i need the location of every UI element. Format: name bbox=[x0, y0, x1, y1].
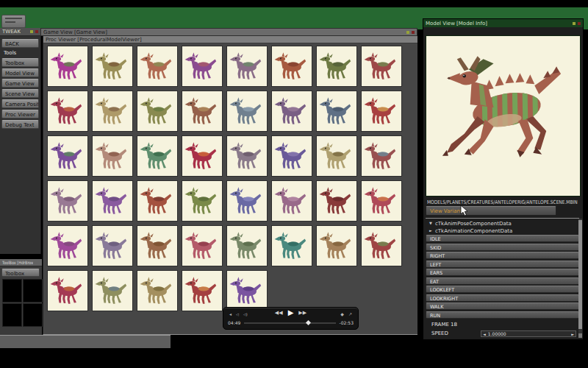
anim-button-idle[interactable]: IDLE bbox=[426, 235, 579, 242]
creature-thumbnail[interactable] bbox=[316, 46, 357, 87]
anim-button-lookleft[interactable]: LOOKLEFT bbox=[426, 286, 579, 293]
creature-thumbnail[interactable] bbox=[226, 180, 268, 222]
volume-icon[interactable]: ◁) bbox=[243, 312, 248, 316]
sidebar-item-proc-viewer[interactable]: Proc Viewer bbox=[1, 110, 39, 118]
sidebar-item-model-view[interactable]: Model View bbox=[1, 68, 39, 77]
minimize-icon[interactable] bbox=[406, 31, 409, 34]
creature-thumbnail[interactable] bbox=[47, 135, 88, 177]
scrollbar[interactable] bbox=[578, 219, 582, 338]
sidebar-item-toolbox[interactable]: Toolbox bbox=[1, 58, 39, 67]
collapsed-arrow-icon[interactable]: ► bbox=[429, 228, 435, 233]
close-icon[interactable] bbox=[35, 30, 38, 33]
creature-thumbnail[interactable] bbox=[361, 180, 402, 222]
rewind-button[interactable]: ◀◀ bbox=[275, 310, 283, 316]
creature-thumbnail[interactable] bbox=[226, 225, 268, 266]
export-icon[interactable]: ↗ bbox=[348, 311, 352, 316]
anim-button-walk[interactable]: WALK bbox=[426, 302, 579, 310]
creature-thumbnail[interactable] bbox=[226, 46, 268, 87]
creature-thumbnail[interactable] bbox=[316, 135, 357, 177]
view-variants-button[interactable]: View Variants bbox=[426, 206, 556, 216]
creature-thumbnail[interactable] bbox=[47, 270, 88, 311]
creature-thumbnail[interactable] bbox=[316, 225, 357, 266]
tree-item-ctkanimposecomponentdata[interactable]: ▼cTkAnimPoseComponentData bbox=[429, 221, 576, 227]
creature-thumbnail[interactable] bbox=[182, 135, 223, 177]
toolbox-slot[interactable] bbox=[23, 279, 43, 302]
creature-thumbnail[interactable] bbox=[226, 135, 268, 177]
creature-thumbnail[interactable] bbox=[361, 225, 402, 266]
creature-thumbnail[interactable] bbox=[182, 180, 223, 222]
creature-thumbnail[interactable] bbox=[47, 46, 88, 87]
close-icon[interactable] bbox=[578, 22, 581, 25]
creature-thumbnail[interactable] bbox=[137, 46, 178, 87]
anim-button-run[interactable]: RUN bbox=[426, 311, 579, 319]
toolbox-slot[interactable] bbox=[23, 303, 43, 327]
creature-thumbnail[interactable] bbox=[92, 135, 133, 177]
creature-thumbnail[interactable] bbox=[47, 180, 88, 222]
creature-thumbnail[interactable] bbox=[137, 225, 178, 266]
minimize-icon[interactable] bbox=[573, 22, 576, 25]
creature-thumbnail[interactable] bbox=[226, 270, 268, 311]
creature-icon bbox=[139, 186, 177, 217]
seek-handle[interactable] bbox=[306, 319, 311, 325]
creature-thumbnail[interactable] bbox=[226, 91, 268, 132]
fast-forward-button[interactable]: ▶▶ bbox=[298, 310, 306, 316]
creature-thumbnail[interactable] bbox=[137, 180, 178, 222]
creature-thumbnail[interactable] bbox=[182, 270, 223, 311]
anim-button-eat[interactable]: EAT bbox=[426, 277, 579, 285]
creature-thumbnail[interactable] bbox=[271, 91, 312, 132]
creature-thumbnail[interactable] bbox=[92, 46, 133, 87]
anim-button-skid[interactable]: SKID bbox=[426, 244, 579, 251]
close-icon[interactable] bbox=[412, 31, 415, 34]
back-button[interactable]: BACK bbox=[1, 39, 39, 48]
toolbox-slot[interactable] bbox=[2, 279, 22, 302]
model-view-titlebar: Model View [Model Info] bbox=[423, 19, 583, 27]
creature-thumbnail[interactable] bbox=[47, 91, 88, 132]
creature-thumbnail[interactable] bbox=[182, 46, 223, 87]
creature-thumbnail[interactable] bbox=[271, 180, 312, 222]
creature-thumbnail[interactable] bbox=[316, 91, 357, 132]
minimize-icon[interactable] bbox=[30, 30, 33, 33]
anim-button-left[interactable]: LEFT bbox=[426, 261, 579, 268]
creature-icon bbox=[139, 96, 177, 127]
creature-thumbnail[interactable] bbox=[361, 135, 402, 177]
anim-button-ears[interactable]: EARS bbox=[426, 269, 579, 276]
creature-thumbnail[interactable] bbox=[316, 180, 357, 222]
toolbox-button[interactable]: Toolbox bbox=[1, 269, 40, 277]
toolbox-slot[interactable] bbox=[2, 303, 22, 327]
tree-item-ctkanimationcomponentdata[interactable]: ►cTkAnimationComponentData bbox=[429, 228, 576, 235]
step-back-icon[interactable]: ◂ bbox=[229, 311, 232, 316]
slider-increment-icon[interactable]: ► bbox=[571, 332, 574, 336]
creature-thumbnail[interactable] bbox=[92, 225, 133, 266]
sidebar-item-camera-position[interactable]: Camera Position bbox=[1, 99, 39, 108]
seek-bar[interactable] bbox=[244, 322, 335, 324]
creature-thumbnail[interactable] bbox=[137, 270, 178, 311]
anim-button-right[interactable]: RIGHT bbox=[426, 252, 579, 259]
creature-icon bbox=[94, 231, 132, 262]
creature-thumbnail[interactable] bbox=[137, 91, 178, 132]
scrollbar-thumb[interactable] bbox=[578, 220, 582, 329]
top-mini-button[interactable] bbox=[1, 15, 26, 28]
sidebar-item-game-view[interactable]: Game View bbox=[1, 79, 39, 88]
scrollbar-cap[interactable] bbox=[578, 333, 582, 338]
creature-thumbnail[interactable] bbox=[271, 225, 312, 266]
sidebar-item-debug-text[interactable]: Debug Text bbox=[1, 120, 39, 129]
creature-thumbnail[interactable] bbox=[361, 91, 402, 132]
creature-thumbnail[interactable] bbox=[92, 91, 133, 132]
anim-button-lookright[interactable]: LOOKRIGHT bbox=[426, 294, 579, 302]
creature-thumbnail[interactable] bbox=[182, 91, 223, 132]
creature-thumbnail[interactable] bbox=[271, 135, 312, 177]
creature-thumbnail[interactable] bbox=[92, 270, 133, 311]
creature-thumbnail[interactable] bbox=[361, 46, 402, 87]
sidebar-item-scene-view[interactable]: Scene View bbox=[1, 89, 39, 98]
creature-thumbnail[interactable] bbox=[47, 225, 88, 266]
play-button[interactable]: ▶ bbox=[288, 308, 294, 316]
speed-slider[interactable]: ◄ 1.00000 ► bbox=[481, 330, 576, 337]
creature-thumbnail[interactable] bbox=[182, 225, 223, 266]
creature-thumbnail[interactable] bbox=[271, 46, 312, 87]
creature-thumbnail[interactable] bbox=[92, 180, 133, 222]
slider-decrement-icon[interactable]: ◄ bbox=[483, 332, 486, 336]
expanded-arrow-icon[interactable]: ▼ bbox=[429, 221, 435, 225]
mute-icon[interactable]: ◁ bbox=[236, 312, 239, 316]
volume-diamond-icon[interactable]: ◆ bbox=[340, 311, 344, 316]
creature-thumbnail[interactable] bbox=[137, 135, 178, 177]
